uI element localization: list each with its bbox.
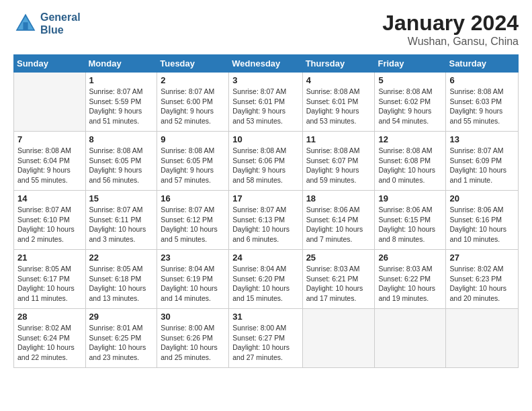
calendar-day-cell: 31Sunrise: 8:00 AMSunset: 6:27 PMDayligh… bbox=[229, 309, 302, 368]
calendar-day-cell: 2Sunrise: 8:07 AMSunset: 6:00 PMDaylight… bbox=[157, 73, 229, 132]
day-number: 2 bbox=[161, 75, 225, 85]
day-number: 29 bbox=[89, 312, 154, 322]
day-number: 10 bbox=[232, 134, 298, 144]
day-number: 19 bbox=[378, 193, 442, 203]
subtitle: Wushan, Gansu, China bbox=[382, 36, 519, 48]
calendar-day-cell bbox=[446, 309, 519, 368]
day-info: Sunrise: 8:08 AMSunset: 6:08 PMDaylight:… bbox=[378, 146, 442, 185]
calendar-header-row: SundayMondayTuesdayWednesdayThursdayFrid… bbox=[14, 55, 519, 73]
calendar-day-cell: 27Sunrise: 8:02 AMSunset: 6:23 PMDayligh… bbox=[446, 250, 519, 309]
day-number: 1 bbox=[89, 75, 154, 85]
day-info: Sunrise: 8:08 AMSunset: 6:04 PMDaylight:… bbox=[17, 146, 82, 185]
day-info: Sunrise: 8:08 AMSunset: 6:03 PMDaylight:… bbox=[449, 87, 515, 126]
calendar-day-cell: 11Sunrise: 8:08 AMSunset: 6:07 PMDayligh… bbox=[302, 132, 375, 191]
day-number: 12 bbox=[378, 134, 442, 144]
calendar-day-cell: 7Sunrise: 8:08 AMSunset: 6:04 PMDaylight… bbox=[14, 132, 86, 191]
day-number: 8 bbox=[89, 134, 154, 144]
calendar-day-cell: 5Sunrise: 8:08 AMSunset: 6:02 PMDaylight… bbox=[375, 73, 446, 132]
header: General Blue January 2024 Wushan, Gansu,… bbox=[13, 11, 519, 48]
day-number: 21 bbox=[17, 253, 82, 263]
day-info: Sunrise: 8:03 AMSunset: 6:21 PMDaylight:… bbox=[306, 264, 371, 304]
calendar-day-cell: 20Sunrise: 8:06 AMSunset: 6:16 PMDayligh… bbox=[446, 191, 519, 250]
day-info: Sunrise: 8:07 AMSunset: 6:10 PMDaylight:… bbox=[17, 205, 82, 244]
day-number: 27 bbox=[449, 253, 515, 263]
day-info: Sunrise: 8:05 AMSunset: 6:18 PMDaylight:… bbox=[89, 264, 154, 304]
day-number: 9 bbox=[161, 134, 225, 144]
calendar-week-row: 14Sunrise: 8:07 AMSunset: 6:10 PMDayligh… bbox=[14, 191, 519, 250]
title-block: January 2024 Wushan, Gansu, China bbox=[382, 11, 519, 48]
day-info: Sunrise: 8:08 AMSunset: 6:07 PMDaylight:… bbox=[306, 146, 371, 185]
calendar-day-cell: 25Sunrise: 8:03 AMSunset: 6:21 PMDayligh… bbox=[302, 250, 375, 309]
day-info: Sunrise: 8:08 AMSunset: 6:06 PMDaylight:… bbox=[232, 146, 298, 185]
day-number: 7 bbox=[17, 134, 82, 144]
calendar-day-cell: 6Sunrise: 8:08 AMSunset: 6:03 PMDaylight… bbox=[446, 73, 519, 132]
day-number: 23 bbox=[161, 253, 225, 263]
calendar-day-header: Friday bbox=[375, 55, 446, 73]
logo: General Blue bbox=[13, 11, 81, 36]
day-info: Sunrise: 8:08 AMSunset: 6:05 PMDaylight:… bbox=[161, 146, 225, 185]
day-number: 3 bbox=[232, 75, 298, 85]
calendar-day-cell: 10Sunrise: 8:08 AMSunset: 6:06 PMDayligh… bbox=[229, 132, 302, 191]
day-info: Sunrise: 8:05 AMSunset: 6:17 PMDaylight:… bbox=[17, 264, 82, 304]
day-number: 13 bbox=[449, 134, 515, 144]
day-info: Sunrise: 8:02 AMSunset: 6:23 PMDaylight:… bbox=[449, 264, 515, 304]
page: General Blue January 2024 Wushan, Gansu,… bbox=[0, 0, 532, 411]
calendar-day-cell: 23Sunrise: 8:04 AMSunset: 6:19 PMDayligh… bbox=[157, 250, 229, 309]
day-info: Sunrise: 8:07 AMSunset: 6:12 PMDaylight:… bbox=[161, 205, 225, 244]
day-number: 31 bbox=[232, 312, 298, 322]
main-title: January 2024 bbox=[382, 11, 519, 36]
day-info: Sunrise: 8:04 AMSunset: 6:19 PMDaylight:… bbox=[161, 264, 225, 304]
logo-text: General Blue bbox=[40, 11, 81, 36]
calendar-day-header: Wednesday bbox=[229, 55, 302, 73]
calendar-day-cell: 8Sunrise: 8:08 AMSunset: 6:05 PMDaylight… bbox=[85, 132, 157, 191]
calendar-day-cell: 15Sunrise: 8:07 AMSunset: 6:11 PMDayligh… bbox=[85, 191, 157, 250]
day-number: 28 bbox=[17, 312, 82, 322]
calendar-day-cell: 3Sunrise: 8:07 AMSunset: 6:01 PMDaylight… bbox=[229, 73, 302, 132]
svg-rect-2 bbox=[23, 22, 28, 30]
calendar-week-row: 21Sunrise: 8:05 AMSunset: 6:17 PMDayligh… bbox=[14, 250, 519, 309]
day-number: 24 bbox=[232, 253, 298, 263]
calendar-table: SundayMondayTuesdayWednesdayThursdayFrid… bbox=[13, 54, 519, 368]
day-info: Sunrise: 8:07 AMSunset: 6:01 PMDaylight:… bbox=[232, 87, 298, 126]
day-info: Sunrise: 8:07 AMSunset: 6:11 PMDaylight:… bbox=[89, 205, 154, 244]
calendar-week-row: 28Sunrise: 8:02 AMSunset: 6:24 PMDayligh… bbox=[14, 309, 519, 368]
day-info: Sunrise: 8:07 AMSunset: 6:09 PMDaylight:… bbox=[449, 146, 515, 185]
calendar-day-cell: 4Sunrise: 8:08 AMSunset: 6:01 PMDaylight… bbox=[302, 73, 375, 132]
day-info: Sunrise: 8:08 AMSunset: 6:01 PMDaylight:… bbox=[306, 87, 371, 126]
day-number: 22 bbox=[89, 253, 154, 263]
calendar-day-cell bbox=[302, 309, 375, 368]
calendar-day-cell: 16Sunrise: 8:07 AMSunset: 6:12 PMDayligh… bbox=[157, 191, 229, 250]
day-number: 6 bbox=[449, 75, 515, 85]
day-info: Sunrise: 8:02 AMSunset: 6:24 PMDaylight:… bbox=[17, 323, 82, 363]
day-info: Sunrise: 8:01 AMSunset: 6:25 PMDaylight:… bbox=[89, 323, 154, 363]
calendar-day-header: Sunday bbox=[14, 55, 86, 73]
calendar-day-header: Saturday bbox=[446, 55, 519, 73]
day-info: Sunrise: 8:04 AMSunset: 6:20 PMDaylight:… bbox=[232, 264, 298, 304]
calendar-day-cell: 28Sunrise: 8:02 AMSunset: 6:24 PMDayligh… bbox=[14, 309, 86, 368]
day-info: Sunrise: 8:07 AMSunset: 5:59 PMDaylight:… bbox=[89, 87, 154, 126]
calendar-week-row: 7Sunrise: 8:08 AMSunset: 6:04 PMDaylight… bbox=[14, 132, 519, 191]
calendar-day-cell: 30Sunrise: 8:00 AMSunset: 6:26 PMDayligh… bbox=[157, 309, 229, 368]
day-info: Sunrise: 8:00 AMSunset: 6:27 PMDaylight:… bbox=[232, 323, 298, 363]
calendar-day-cell bbox=[375, 309, 446, 368]
logo-icon bbox=[13, 11, 38, 36]
calendar-day-cell: 9Sunrise: 8:08 AMSunset: 6:05 PMDaylight… bbox=[157, 132, 229, 191]
day-info: Sunrise: 8:06 AMSunset: 6:15 PMDaylight:… bbox=[378, 205, 442, 244]
day-number: 16 bbox=[161, 193, 225, 203]
calendar-day-cell: 19Sunrise: 8:06 AMSunset: 6:15 PMDayligh… bbox=[375, 191, 446, 250]
day-info: Sunrise: 8:08 AMSunset: 6:02 PMDaylight:… bbox=[378, 87, 442, 126]
day-number: 15 bbox=[89, 193, 154, 203]
day-info: Sunrise: 8:08 AMSunset: 6:05 PMDaylight:… bbox=[89, 146, 154, 185]
calendar-day-cell: 14Sunrise: 8:07 AMSunset: 6:10 PMDayligh… bbox=[14, 191, 86, 250]
calendar-day-cell: 12Sunrise: 8:08 AMSunset: 6:08 PMDayligh… bbox=[375, 132, 446, 191]
day-number: 25 bbox=[306, 253, 371, 263]
day-number: 26 bbox=[378, 253, 442, 263]
day-info: Sunrise: 8:03 AMSunset: 6:22 PMDaylight:… bbox=[378, 264, 442, 304]
day-number: 11 bbox=[306, 134, 371, 144]
day-info: Sunrise: 8:06 AMSunset: 6:14 PMDaylight:… bbox=[306, 205, 371, 244]
calendar-day-cell: 22Sunrise: 8:05 AMSunset: 6:18 PMDayligh… bbox=[85, 250, 157, 309]
day-number: 14 bbox=[17, 193, 82, 203]
calendar-day-cell: 18Sunrise: 8:06 AMSunset: 6:14 PMDayligh… bbox=[302, 191, 375, 250]
day-info: Sunrise: 8:06 AMSunset: 6:16 PMDaylight:… bbox=[449, 205, 515, 244]
calendar-day-header: Tuesday bbox=[157, 55, 229, 73]
